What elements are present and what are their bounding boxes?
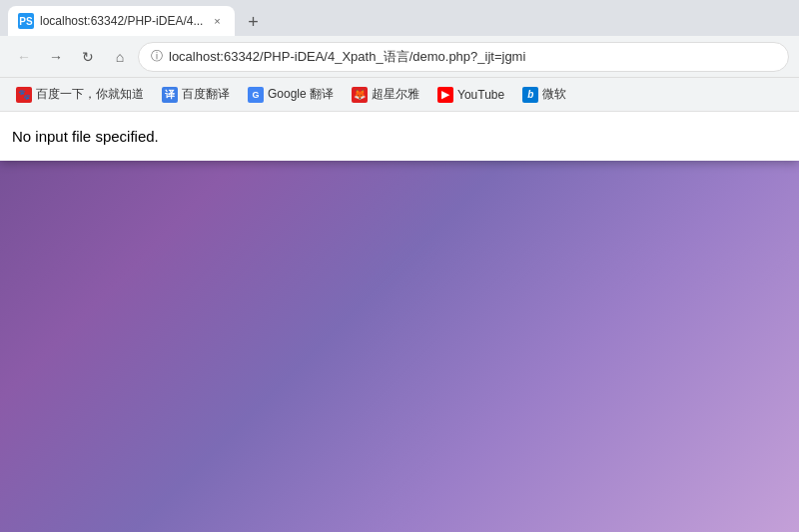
bookmark-item-youtube[interactable]: ▶ YouTube [429,83,512,107]
new-tab-button[interactable]: + [239,8,267,36]
bookmarks-bar: 🐾 百度一下，你就知道 译 百度翻译 G Google 翻译 🦊 超星尔雅 ▶ … [0,78,799,112]
bing-label: 微软 [542,86,566,103]
page-message: No input file specified. [12,128,787,145]
chaoxing-icon: 🦊 [352,87,368,103]
tab-title: localhost:63342/PHP-iDEA/4... [40,14,203,28]
address-bar[interactable]: ⓘ localhost:63342/PHP-iDEA/4_Xpath_语言/de… [138,42,789,72]
baidu-translate-icon: 译 [162,87,178,103]
baidu-label: 百度一下，你就知道 [36,86,144,103]
google-translate-icon: G [248,87,264,103]
title-bar: PS localhost:63342/PHP-iDEA/4... × + [0,0,799,36]
lock-icon: ⓘ [151,48,163,65]
forward-button[interactable]: → [42,43,70,71]
bing-icon: b [522,87,538,103]
home-button[interactable]: ⌂ [106,43,134,71]
bookmark-item-bing[interactable]: b 微软 [514,82,574,107]
bookmark-item-google-translate[interactable]: G Google 翻译 [240,82,342,107]
tab-favicon: PS [18,13,34,29]
tab-area: PS localhost:63342/PHP-iDEA/4... × + [8,0,791,36]
tab-close-button[interactable]: × [209,13,225,29]
reload-button[interactable]: ↻ [74,43,102,71]
google-translate-label: Google 翻译 [268,86,334,103]
bookmark-item-baidu-translate[interactable]: 译 百度翻译 [154,82,238,107]
youtube-label: YouTube [457,88,504,102]
baidu-translate-label: 百度翻译 [182,86,230,103]
address-text: localhost:63342/PHP-iDEA/4_Xpath_语言/demo… [169,48,776,66]
page-content: No input file specified. [0,112,799,161]
youtube-icon: ▶ [437,87,453,103]
chaoxing-label: 超星尔雅 [372,86,419,103]
bookmark-item-baidu[interactable]: 🐾 百度一下，你就知道 [8,82,152,107]
back-button[interactable]: ← [10,43,38,71]
baidu-icon: 🐾 [16,87,32,103]
active-tab[interactable]: PS localhost:63342/PHP-iDEA/4... × [8,6,235,36]
bookmark-item-chaoxing[interactable]: 🦊 超星尔雅 [344,82,427,107]
nav-bar: ← → ↻ ⌂ ⓘ localhost:63342/PHP-iDEA/4_Xpa… [0,36,799,78]
